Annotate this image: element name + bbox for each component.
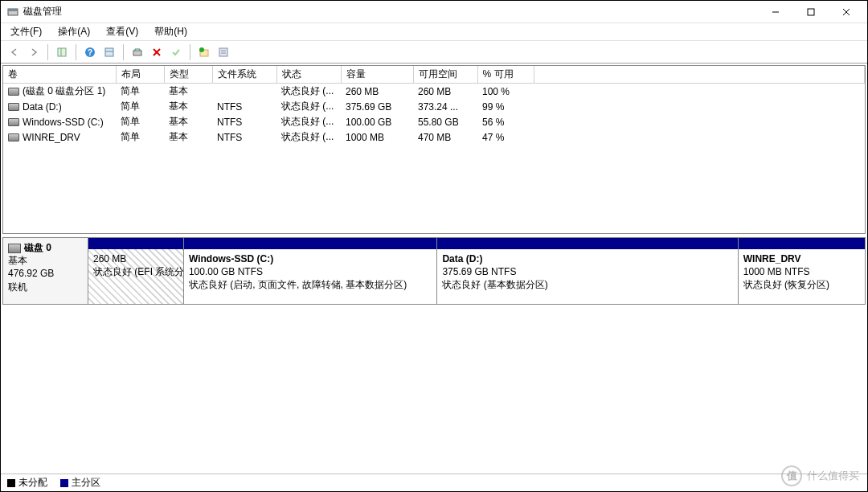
vol-layout: 简单 (116, 84, 164, 100)
partition-block[interactable]: Windows-SSD (C:)100.00 GB NTFS状态良好 (启动, … (184, 238, 437, 304)
menu-file[interactable]: 文件(F) (4, 23, 48, 40)
vol-layout: 简单 (116, 99, 164, 114)
vol-cap: 260 MB (341, 84, 413, 100)
partition-status: 状态良好 (恢复分区) (743, 279, 829, 290)
vol-free: 260 MB (413, 84, 477, 100)
col-status[interactable]: 状态 (276, 66, 341, 84)
disk-info[interactable]: 磁盘 0 基本 476.92 GB 联机 (3, 238, 88, 304)
legend-label-unallocated: 未分配 (18, 476, 47, 490)
table-row[interactable]: WINRE_DRV简单基本NTFS状态良好 (...1000 MB470 MB4… (3, 129, 865, 145)
app-icon (7, 6, 18, 18)
swatch-unallocated (7, 479, 15, 487)
partition-size: 260 MB (93, 253, 126, 264)
partition-block[interactable]: Data (D:)375.69 GB NTFS状态良好 (基本数据分区) (437, 238, 738, 304)
partition-size: 375.69 GB NTFS (442, 266, 516, 277)
vol-status: 状态良好 (... (276, 99, 341, 114)
partition-status: 状态良好 (EFI 系统分区) (93, 266, 183, 277)
check-icon[interactable] (167, 43, 185, 61)
toolbar-separator (123, 44, 124, 60)
partition-block[interactable]: 260 MB状态良好 (EFI 系统分区) (88, 238, 184, 304)
help-button[interactable]: ? (81, 43, 99, 61)
col-pct[interactable]: % 可用 (477, 66, 534, 84)
volume-icon (8, 103, 19, 111)
minimize-button[interactable] (758, 1, 793, 23)
vol-free: 55.80 GB (413, 114, 477, 129)
swatch-primary (60, 479, 68, 487)
vol-type: 基本 (164, 129, 212, 145)
svg-rect-1 (8, 9, 18, 11)
table-row[interactable]: Windows-SSD (C:)简单基本NTFS状态良好 (...100.00 … (3, 114, 865, 129)
vol-pct: 100 % (477, 84, 534, 100)
vol-pct: 47 % (477, 129, 534, 145)
vol-cap: 375.69 GB (341, 99, 413, 114)
disk-type: 基本 (8, 254, 83, 267)
vol-layout: 简单 (116, 114, 164, 129)
menu-view[interactable]: 查看(V) (100, 23, 145, 40)
vol-name: (磁盘 0 磁盘分区 1) (23, 85, 105, 96)
volume-icon (8, 118, 19, 126)
vol-fs: NTFS (212, 99, 276, 114)
table-row[interactable]: (磁盘 0 磁盘分区 1)简单基本状态良好 (...260 MB260 MB10… (3, 84, 865, 100)
maximize-button[interactable] (793, 1, 829, 23)
create-button[interactable] (195, 43, 213, 61)
vol-free: 470 MB (413, 129, 477, 145)
toolbar-separator (190, 44, 190, 60)
menu-bar: 文件(F) 操作(A) 查看(V) 帮助(H) (1, 23, 867, 41)
toolbar: ? (1, 41, 867, 64)
delete-icon[interactable] (148, 43, 166, 61)
col-capacity[interactable]: 容量 (341, 66, 413, 84)
settings-button[interactable] (100, 43, 118, 61)
vol-pct: 56 % (477, 114, 534, 129)
legend-unallocated: 未分配 (7, 476, 47, 490)
disk-graphical-view: 磁盘 0 基本 476.92 GB 联机 260 MB状态良好 (EFI 系统分… (1, 236, 867, 474)
vol-layout: 简单 (116, 129, 164, 145)
col-free[interactable]: 可用空间 (413, 66, 477, 84)
partition-block[interactable]: WINRE_DRV1000 MB NTFS状态良好 (恢复分区) (739, 238, 865, 304)
close-button[interactable] (829, 1, 864, 23)
vol-pct: 99 % (477, 99, 534, 114)
disk-size: 476.92 GB (8, 267, 83, 280)
volume-list[interactable]: 卷 布局 类型 文件系统 状态 容量 可用空间 % 可用 (磁盘 0 磁盘分区 … (2, 65, 866, 234)
menu-action[interactable]: 操作(A) (51, 23, 96, 40)
col-volume[interactable]: 卷 (3, 66, 116, 84)
vol-name: WINRE_DRV (23, 132, 80, 143)
disk-state: 联机 (8, 281, 83, 293)
svg-rect-17 (219, 48, 227, 56)
col-type[interactable]: 类型 (164, 66, 212, 84)
back-button[interactable] (6, 43, 23, 61)
col-fs[interactable]: 文件系统 (212, 66, 276, 84)
svg-rect-3 (808, 9, 814, 15)
vol-type: 基本 (164, 84, 212, 100)
legend-bar: 未分配 主分区 (1, 474, 867, 491)
volume-icon (8, 88, 19, 96)
toolbar-separator (47, 44, 48, 60)
show-hide-button[interactable] (53, 43, 71, 61)
refresh-button[interactable] (129, 43, 146, 61)
partition-size: 100.00 GB NTFS (189, 266, 263, 277)
toolbar-separator (76, 44, 76, 60)
vol-name: Data (D:) (23, 101, 62, 113)
col-spacer (534, 66, 865, 84)
forward-button[interactable] (25, 43, 43, 61)
vol-status: 状态良好 (... (276, 114, 341, 129)
vol-cap: 100.00 GB (341, 114, 413, 129)
svg-rect-10 (105, 48, 113, 56)
partition-title: Windows-SSD (C:) (189, 253, 273, 264)
vol-cap: 1000 MB (341, 129, 413, 145)
legend-label-primary: 主分区 (72, 476, 100, 490)
partition-size: 1000 MB NTFS (743, 266, 810, 277)
svg-text:?: ? (88, 48, 92, 57)
list-button[interactable] (215, 43, 232, 61)
partition-title: WINRE_DRV (743, 253, 801, 264)
partition-header (184, 238, 436, 249)
table-row[interactable]: Data (D:)简单基本NTFS状态良好 (...375.69 GB373.2… (3, 99, 865, 114)
legend-primary: 主分区 (60, 476, 100, 490)
vol-status: 状态良好 (... (276, 84, 341, 100)
window-title: 磁盘管理 (23, 5, 62, 18)
partition-header (437, 238, 737, 249)
disk-label: 磁盘 0 (24, 242, 51, 253)
menu-help[interactable]: 帮助(H) (148, 23, 194, 40)
col-layout[interactable]: 布局 (116, 66, 164, 84)
partition-status: 状态良好 (基本数据分区) (442, 279, 547, 290)
column-header-row: 卷 布局 类型 文件系统 状态 容量 可用空间 % 可用 (3, 66, 865, 84)
